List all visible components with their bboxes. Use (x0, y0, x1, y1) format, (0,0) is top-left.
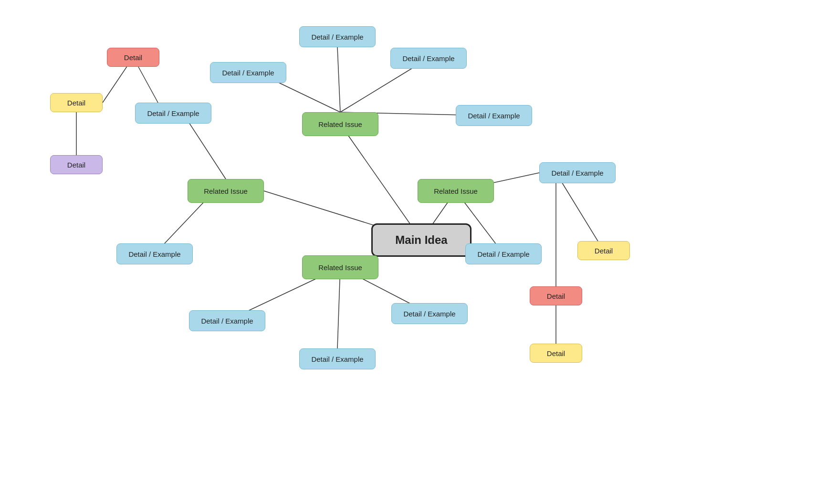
detail-red-topleft[interactable]: Detail (107, 48, 159, 67)
detail-example-right-bottom[interactable]: Detail / Example (465, 243, 542, 264)
detail-red-right[interactable]: Detail (530, 286, 582, 305)
detail-example-top-center[interactable]: Detail / Example (299, 26, 376, 47)
detail-yellow-right2[interactable]: Detail (530, 344, 582, 363)
detail-example-top-right1[interactable]: Detail / Example (390, 48, 467, 69)
related-issue-bottom[interactable]: Related Issue (302, 255, 378, 279)
detail-yellow-right[interactable]: Detail (577, 241, 630, 260)
detail-example-bottom-left[interactable]: Detail / Example (189, 310, 265, 331)
detail-yellow-topleft[interactable]: Detail (50, 93, 103, 112)
detail-example-bottom-center[interactable]: Detail / Example (299, 348, 376, 369)
detail-example-bottom-right[interactable]: Detail / Example (391, 303, 468, 324)
related-issue-left[interactable]: Related Issue (188, 179, 264, 203)
detail-example-left-top[interactable]: Detail / Example (135, 103, 211, 124)
svg-line-0 (340, 124, 421, 240)
detail-example-left-bottom[interactable]: Detail / Example (116, 243, 193, 264)
related-issue-right[interactable]: Related Issue (418, 179, 494, 203)
mind-map-canvas: Main Idea Related Issue Related Issue Re… (0, 0, 838, 504)
detail-example-top-left[interactable]: Detail / Example (210, 62, 286, 83)
main-idea-node[interactable]: Main Idea (371, 223, 471, 257)
svg-line-11 (337, 267, 340, 348)
detail-example-top-right2[interactable]: Detail / Example (456, 105, 532, 126)
svg-line-18 (556, 173, 604, 251)
svg-line-4 (337, 47, 340, 112)
detail-example-right-top[interactable]: Detail / Example (539, 162, 616, 183)
detail-purple-topleft[interactable]: Detail (50, 155, 103, 174)
related-issue-top[interactable]: Related Issue (302, 112, 378, 136)
